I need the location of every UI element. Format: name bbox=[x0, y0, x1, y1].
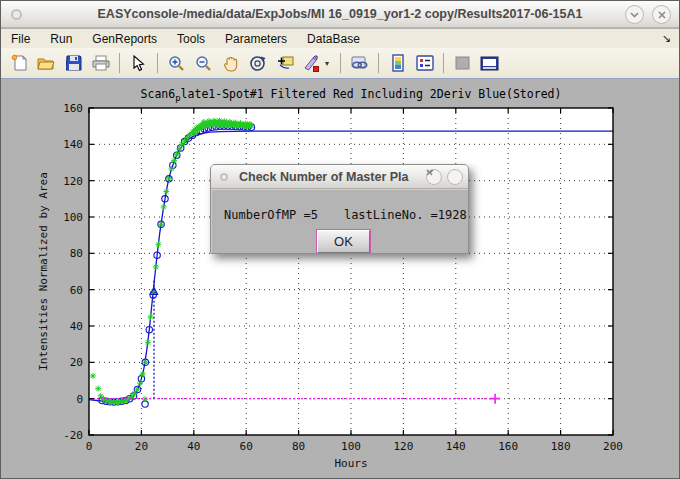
toolbar-separator bbox=[119, 53, 120, 73]
x-tick-label: 200 bbox=[603, 440, 623, 453]
x-tick-label: 40 bbox=[187, 440, 200, 453]
raw-asterisks-marker bbox=[90, 373, 96, 379]
close-icon bbox=[658, 11, 666, 19]
print-figure-icon[interactable] bbox=[87, 51, 114, 75]
raw-asterisks-marker bbox=[134, 386, 140, 392]
figure-area[interactable]: 020406080100120140160180200-200204060801… bbox=[1, 79, 679, 478]
y-tick-label: 160 bbox=[63, 102, 83, 115]
dialog-message-lastlineno: lastLineNo. =1928 bbox=[344, 208, 467, 222]
x-tick-label: 80 bbox=[292, 440, 305, 453]
raw-asterisks-marker bbox=[179, 141, 185, 147]
close-button[interactable] bbox=[652, 5, 671, 24]
chart-title: Scan6plate1-Spot#1 Filtered Red Includin… bbox=[141, 87, 562, 103]
raw-asterisks-marker bbox=[206, 118, 212, 124]
raw-asterisks-marker bbox=[216, 118, 222, 124]
y-tick-label: 0 bbox=[76, 393, 83, 406]
menu-parameters[interactable]: Parameters bbox=[215, 31, 297, 47]
raw-asterisks-marker bbox=[166, 176, 172, 182]
raw-asterisks-marker bbox=[155, 241, 161, 247]
raw-asterisks-marker bbox=[137, 380, 143, 386]
x-tick-label: 120 bbox=[393, 440, 413, 453]
x-tick-label: 100 bbox=[341, 440, 361, 453]
menu-database[interactable]: DataBase bbox=[297, 31, 370, 47]
raw-asterisks-marker bbox=[145, 339, 151, 345]
x-tick-label: 160 bbox=[498, 440, 518, 453]
y-tick-label: -20 bbox=[63, 429, 83, 442]
app-window: EASYconsole-/media/data/ExpJobs/MI 16_09… bbox=[0, 0, 680, 479]
toolbar-separator bbox=[378, 53, 379, 73]
dialog-check-number-of-master-plates: Check Number of Master Pla NumberOfMP =5… bbox=[210, 164, 469, 254]
menu-overflow-arrow-icon[interactable]: ↘ bbox=[654, 32, 679, 45]
raw-asterisks-marker bbox=[161, 204, 167, 210]
new-figure-icon[interactable] bbox=[6, 51, 33, 75]
raw-asterisks-marker bbox=[158, 221, 164, 227]
figure-toolbar: ▾ bbox=[1, 48, 679, 79]
dialog-menu-icon[interactable] bbox=[220, 173, 228, 181]
dialog-ok-button[interactable]: OK bbox=[317, 230, 370, 253]
data-cursor-icon[interactable] bbox=[271, 51, 298, 75]
raw-asterisks-marker bbox=[227, 119, 233, 125]
brush-data-icon[interactable] bbox=[298, 51, 325, 75]
x-axis-label: Hours bbox=[334, 457, 367, 470]
y-tick-label: 40 bbox=[70, 320, 83, 333]
raw-asterisks-marker bbox=[237, 120, 243, 126]
y-tick-label: 80 bbox=[70, 247, 83, 260]
raw-asterisks-marker bbox=[95, 386, 101, 392]
toolbar-separator bbox=[340, 53, 341, 73]
menu-run[interactable]: Run bbox=[40, 31, 82, 47]
zoom-in-icon[interactable] bbox=[163, 51, 190, 75]
x-tick-label: 180 bbox=[551, 440, 571, 453]
close-icon bbox=[426, 169, 433, 176]
x-tick-label: 140 bbox=[446, 440, 466, 453]
raw-asterisks-marker bbox=[142, 359, 148, 365]
dialog-message-numberofmp: NumberOfMP =5 bbox=[224, 208, 318, 222]
open-file-icon[interactable] bbox=[33, 51, 60, 75]
link-plots-icon[interactable] bbox=[346, 51, 373, 75]
raw-asterisks-marker bbox=[148, 314, 154, 320]
raw-asterisks-marker bbox=[171, 158, 177, 164]
save-figure-icon[interactable] bbox=[60, 51, 87, 75]
y-tick-label: 120 bbox=[63, 175, 83, 188]
raw-asterisks-marker bbox=[232, 120, 238, 126]
y-tick-label: 140 bbox=[63, 138, 83, 151]
menu-file[interactable]: File bbox=[1, 31, 40, 47]
window-title: EASYconsole-/media/data/ExpJobs/MI 16_09… bbox=[1, 7, 679, 21]
brush-dropdown-icon[interactable]: ▾ bbox=[325, 59, 335, 68]
show-plot-tools-icon[interactable] bbox=[476, 51, 503, 75]
raw-asterisks-marker bbox=[211, 118, 217, 124]
zoom-out-icon[interactable] bbox=[190, 51, 217, 75]
menu-genreports[interactable]: GenReports bbox=[82, 31, 167, 47]
raw-asterisks-marker bbox=[153, 264, 159, 270]
menu-tools[interactable]: Tools bbox=[167, 31, 215, 47]
dialog-title: Check Number of Master Pla bbox=[239, 170, 409, 184]
window-menu-icon[interactable] bbox=[11, 9, 22, 20]
toolbar-separator bbox=[443, 53, 444, 73]
raw-asterisks-marker bbox=[132, 390, 138, 396]
pan-hand-icon[interactable] bbox=[217, 51, 244, 75]
dialog-close-button[interactable] bbox=[447, 169, 463, 185]
x-tick-label: 20 bbox=[135, 440, 148, 453]
raw-asterisks-marker bbox=[222, 118, 228, 124]
x-tick-label: 0 bbox=[86, 440, 93, 453]
edit-plot-arrow-icon[interactable] bbox=[125, 51, 152, 75]
titlebar: EASYconsole-/media/data/ExpJobs/MI 16_09… bbox=[1, 1, 679, 28]
x-tick-label: 60 bbox=[240, 440, 253, 453]
raw-asterisks-marker bbox=[169, 166, 175, 172]
raw-asterisks-marker bbox=[201, 119, 207, 125]
raw-asterisks-marker bbox=[247, 121, 253, 127]
menubar: File Run GenReports Tools Parameters Dat… bbox=[1, 29, 679, 48]
y-tick-label: 20 bbox=[70, 356, 83, 369]
dialog-message: NumberOfMP =5lastLineNo. =1928 bbox=[224, 208, 467, 222]
raw-asterisks-marker bbox=[176, 146, 182, 152]
y-axis-label: Intensities Normalized by Area bbox=[37, 172, 50, 371]
y-tick-label: 100 bbox=[63, 211, 83, 224]
hide-plot-tools-icon[interactable] bbox=[449, 51, 476, 75]
raw-asterisks-marker bbox=[163, 189, 169, 195]
rotate-3d-icon[interactable] bbox=[244, 51, 271, 75]
plot-background bbox=[89, 108, 613, 435]
y-tick-label: 60 bbox=[70, 284, 83, 297]
dialog-titlebar: Check Number of Master Pla bbox=[211, 165, 468, 189]
insert-colorbar-icon[interactable] bbox=[384, 51, 411, 75]
minimize-button[interactable] bbox=[625, 5, 644, 24]
insert-legend-icon[interactable] bbox=[411, 51, 438, 75]
